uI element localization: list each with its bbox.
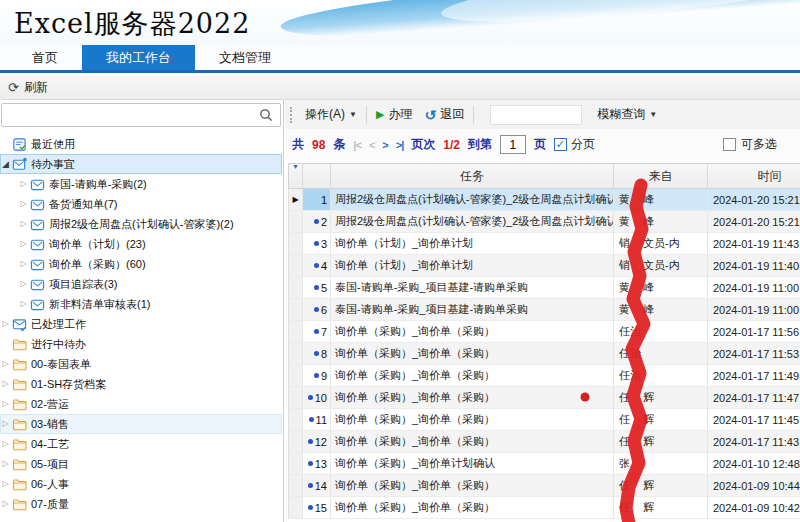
next-page-button[interactable]: > bbox=[382, 139, 387, 151]
sidebar-item-label: 已处理工作 bbox=[31, 317, 86, 332]
task-cell: 询价单（采购）_询价单（采购） bbox=[331, 409, 614, 430]
sidebar-item-11[interactable]: ▷00-泰国表单 bbox=[0, 354, 282, 374]
first-page-button[interactable]: |< bbox=[353, 139, 361, 151]
table-row[interactable]: 8询价单（采购）_询价单（采购）任治2024-01-17 11:53 bbox=[289, 343, 800, 365]
from-name-right: 峰 bbox=[643, 302, 654, 317]
sidebar-item-10[interactable]: 进行中待办 bbox=[0, 334, 282, 354]
tree-expand-icon[interactable]: ▷ bbox=[0, 360, 11, 368]
sidebar-item-13[interactable]: ▷02-营运 bbox=[0, 394, 282, 414]
sidebar-item-label: 02-营运 bbox=[31, 397, 69, 412]
sidebar-item-9[interactable]: ▷已处理工作 bbox=[0, 314, 282, 334]
sidebar-item-1[interactable]: ◢待办事宜 bbox=[0, 154, 282, 174]
tree-expand-icon[interactable]: ▷ bbox=[0, 380, 11, 388]
task-cell: 周报2级仓周盘点(计划确认-管家婆)_2级仓周盘点计划确认 bbox=[331, 189, 614, 210]
column-header-time[interactable]: 时间 bbox=[708, 164, 800, 188]
sidebar-item-12[interactable]: ▷01-SH存货档案 bbox=[0, 374, 282, 394]
table-row[interactable]: 4询价单（计划）_询价单计划销文员-内2024-01-19 11:40 bbox=[289, 255, 800, 277]
tree-expand-icon[interactable]: ▷ bbox=[18, 220, 29, 228]
table-row[interactable]: 7询价单（采购）_询价单（采购）任治2024-01-17 11:56 bbox=[289, 321, 800, 343]
from-cell: 任治 bbox=[614, 343, 708, 364]
row-marker-cell bbox=[289, 321, 303, 342]
prev-page-button[interactable]: < bbox=[369, 139, 374, 151]
tree-expand-icon[interactable]: ▷ bbox=[18, 180, 29, 188]
tree-expand-icon[interactable]: ▷ bbox=[0, 460, 11, 468]
sidebar-item-0[interactable]: 最近使用 bbox=[0, 134, 282, 154]
tree-expand-icon[interactable]: ▷ bbox=[0, 480, 11, 488]
table-row[interactable]: 12询价单（采购）_询价单（采购）任辉2024-01-17 11:43 bbox=[289, 431, 800, 453]
tree-expand-icon[interactable]: ▷ bbox=[0, 320, 11, 328]
sidebar-item-3[interactable]: ▷备货通知单(7) bbox=[0, 194, 282, 214]
tree-expand-icon[interactable]: ▷ bbox=[18, 200, 29, 208]
table-row[interactable]: 10询价单（采购）_询价单（采购）任辉2024-01-17 11:47 bbox=[289, 387, 800, 409]
search-input[interactable] bbox=[2, 104, 259, 126]
filter-input[interactable] bbox=[491, 106, 581, 124]
column-header-task[interactable]: 任务 bbox=[331, 164, 614, 188]
tree-expand-icon[interactable]: ▷ bbox=[0, 500, 11, 508]
sidebar-item-15[interactable]: ▷04-工艺 bbox=[0, 434, 282, 454]
sidebar-tree: 最近使用◢待办事宜▷泰国-请购单-采购(2)▷备货通知单(7)▷周报2级仓周盘点… bbox=[0, 134, 282, 514]
unread-dot-icon bbox=[314, 307, 319, 312]
sidebar-item-16[interactable]: ▷05-项目 bbox=[0, 454, 282, 474]
table-row[interactable]: 2周报2级仓周盘点(计划确认-管家婆)_2级仓周盘点计划确认黄峰2024-01-… bbox=[289, 211, 800, 233]
tree-expand-icon[interactable]: ▷ bbox=[18, 300, 29, 308]
table-row[interactable]: 15询价单（采购）_询价单（采购）任辉2024-01-09 10:42 bbox=[289, 497, 800, 519]
row-number-header[interactable] bbox=[303, 164, 331, 188]
tree-collapse-icon[interactable]: ◢ bbox=[0, 160, 11, 169]
unread-dot-icon bbox=[308, 395, 313, 400]
row-number: 7 bbox=[321, 326, 327, 338]
tree-expand-icon[interactable]: ▷ bbox=[0, 400, 11, 408]
tab-0[interactable]: 首页 bbox=[8, 45, 82, 70]
tree-expand-icon[interactable]: ▷ bbox=[0, 420, 11, 428]
sidebar-item-7[interactable]: ▷项目追踪表(3) bbox=[0, 274, 282, 294]
table-row[interactable]: 6泰国-请购单-采购_项目基建-请购单采购黄峰2024-01-19 11:00 bbox=[289, 299, 800, 321]
tree-expand-icon[interactable]: ▷ bbox=[18, 260, 29, 268]
unread-dot-icon bbox=[309, 417, 314, 422]
table-row[interactable]: 14询价单（采购）_询价单（采购）任辉2024-01-09 10:44 bbox=[289, 475, 800, 497]
time-cell: 2024-01-19 11:00 bbox=[708, 299, 800, 320]
tab-2[interactable]: 文档管理 bbox=[195, 45, 295, 70]
from-name-left: 销 bbox=[619, 236, 630, 251]
paging-checkbox[interactable]: ✓ bbox=[554, 138, 567, 151]
tree-expand-icon[interactable]: ▷ bbox=[18, 280, 29, 288]
toolbar-grip[interactable] bbox=[290, 107, 294, 123]
tree-expand-icon[interactable]: ▷ bbox=[0, 440, 11, 448]
process-button[interactable]: ▶ 办理 bbox=[370, 104, 418, 126]
sidebar-item-5[interactable]: ▷询价单（计划）(23) bbox=[0, 234, 282, 254]
sidebar-item-14[interactable]: ▷03-销售 bbox=[0, 414, 282, 434]
sidebar-item-6[interactable]: ▷询价单（采购）(60) bbox=[0, 254, 282, 274]
sidebar-item-17[interactable]: ▷06-人事 bbox=[0, 474, 282, 494]
return-button[interactable]: ↺ 退回 bbox=[418, 104, 470, 126]
sidebar-item-2[interactable]: ▷泰国-请购单-采购(2) bbox=[0, 174, 282, 194]
action-menu-button[interactable]: 操作(A) ▼ bbox=[299, 104, 363, 126]
goto-page-input[interactable] bbox=[500, 135, 526, 154]
sidebar-item-8[interactable]: ▷新非料清单审核表(1) bbox=[0, 294, 282, 314]
folder-icon bbox=[12, 497, 28, 512]
tree-expand-icon[interactable]: ▷ bbox=[18, 240, 29, 248]
multiselect-checkbox[interactable] bbox=[723, 138, 736, 151]
sidebar-item-4[interactable]: ▷周报2级仓周盘点(计划确认-管家婆)(2) bbox=[0, 214, 282, 234]
table-row[interactable]: 5泰国-请购单-采购_项目基建-请购单采购黄峰2024-01-19 11:00 bbox=[289, 277, 800, 299]
from-name-left: 张 bbox=[619, 456, 630, 471]
sidebar-item-18[interactable]: ▷07-质量 bbox=[0, 494, 282, 514]
total-count: 98 bbox=[312, 138, 325, 152]
last-page-button[interactable]: >| bbox=[396, 139, 404, 151]
table-row[interactable]: 11询价单（采购）_询价单（采购）任辉2024-01-17 11:45 bbox=[289, 409, 800, 431]
table-row[interactable]: 9询价单（采购）_询价单（采购）任治2024-01-17 11:49 bbox=[289, 365, 800, 387]
sidebar-item-label: 询价单（采购）(60) bbox=[49, 257, 146, 272]
unread-dot-icon bbox=[314, 285, 319, 290]
row-marker-cell bbox=[289, 387, 303, 408]
fuzzy-query-button[interactable]: 模糊查询 ▼ bbox=[591, 104, 663, 126]
app-window: Excel服务器2022 首页我的工作台文档管理 ⟳ 刷新 最近使用◢待办事宜▷… bbox=[0, 0, 800, 522]
table-row[interactable]: ▶1周报2级仓周盘点(计划确认-管家婆)_2级仓周盘点计划确认黄峰2024-01… bbox=[289, 189, 800, 211]
task-cell: 询价单（采购）_询价单（采购） bbox=[331, 343, 614, 364]
sidebar-search-box bbox=[1, 103, 281, 127]
from-name-left: 黄 bbox=[619, 302, 630, 317]
column-header-from[interactable]: 来自 bbox=[614, 164, 708, 188]
tab-1[interactable]: 我的工作台 bbox=[82, 45, 195, 70]
table-corner-cell[interactable]: ▼ bbox=[289, 164, 303, 188]
search-icon[interactable] bbox=[259, 108, 273, 122]
task-cell: 询价单（采购）_询价单（采购） bbox=[331, 365, 614, 386]
table-row[interactable]: 3询价单（计划）_询价单计划销文员-内2024-01-19 11:43 bbox=[289, 233, 800, 255]
refresh-button[interactable]: 刷新 bbox=[24, 79, 48, 96]
table-row[interactable]: 13询价单（采购）_询价单计划确认张2024-01-10 12:48 bbox=[289, 453, 800, 475]
